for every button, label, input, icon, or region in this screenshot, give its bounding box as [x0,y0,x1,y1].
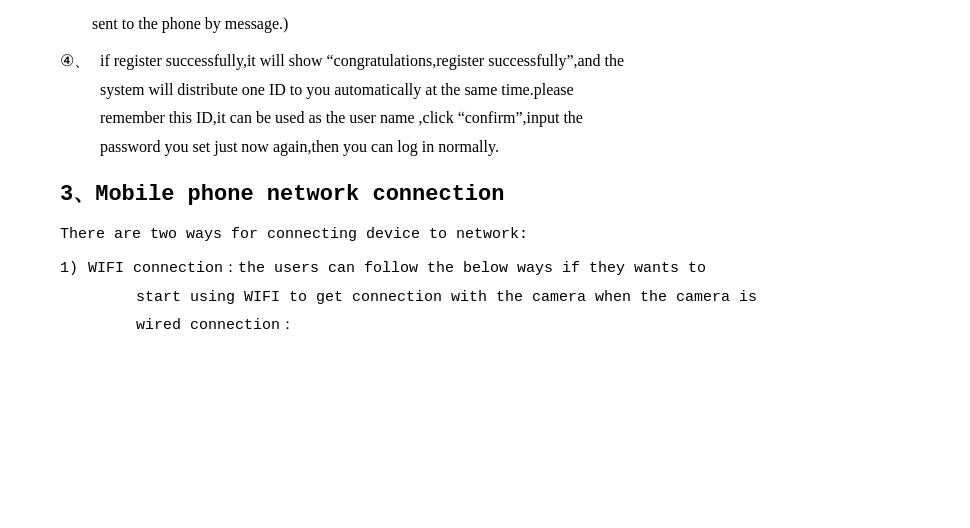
item-1-number: 1) [60,255,88,284]
section-3-heading: 3、Mobile phone network connection [60,180,910,211]
item-4-line1: if register successfully,it will show “c… [100,52,624,69]
item-4-line2: system will distribute one ID to you aut… [100,81,574,98]
item-1-content: WIFI connection：the users can follow the… [88,255,910,341]
item-4-line4: password you set just now again,then you… [100,138,499,155]
item-4: ④、 if register successfully,it will show… [60,47,910,162]
item-1-line3: wired connection： [136,317,295,334]
top-line: sent to the phone by message.) [60,10,910,39]
item-1-line2: start using WIFI to get connection with … [136,289,757,306]
item-4-number: ④、 [60,47,100,76]
intro-line: There are two ways for connecting device… [60,221,910,250]
item-1: 1) WIFI connection：the users can follow … [60,255,910,341]
item-4-content: if register successfully,it will show “c… [100,47,910,162]
item-4-line3: remember this ID,it can be used as the u… [100,109,583,126]
item-1-line1: WIFI connection：the users can follow the… [88,260,706,277]
